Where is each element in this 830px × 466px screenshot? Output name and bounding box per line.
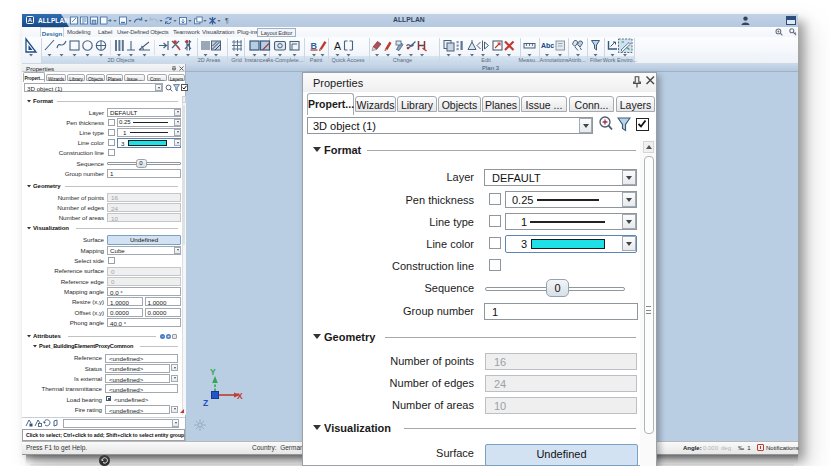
svg-text:Z: Z [203, 398, 208, 408]
svg-text:Work Enviro...: Work Enviro... [603, 57, 638, 63]
svg-text:Quick Access: Quick Access [331, 57, 364, 63]
svg-text:Attrib...: Attrib... [568, 57, 586, 63]
svg-text:2D Areas: 2D Areas [198, 57, 221, 63]
svg-text:Grid: Grid [231, 57, 241, 63]
svg-text:Change: Change [393, 57, 412, 63]
svg-text:Y: Y [210, 367, 216, 377]
svg-text:As-Complete...: As-Complete... [267, 57, 304, 63]
svg-text:B: B [311, 41, 318, 51]
svg-text:Paint: Paint [310, 57, 323, 63]
svg-text:Edit: Edit [481, 57, 491, 63]
svg-text:Abc: Abc [541, 42, 554, 49]
svg-text:A: A [334, 40, 341, 52]
svg-text:Annotations: Annotations [539, 57, 568, 63]
svg-text:X: X [237, 391, 243, 401]
svg-text:2D Objects: 2D Objects [107, 57, 134, 63]
svg-text:Filter: Filter [590, 57, 602, 63]
svg-text:Instances: Instances [245, 57, 269, 63]
svg-text:Measu...: Measu... [518, 57, 540, 63]
